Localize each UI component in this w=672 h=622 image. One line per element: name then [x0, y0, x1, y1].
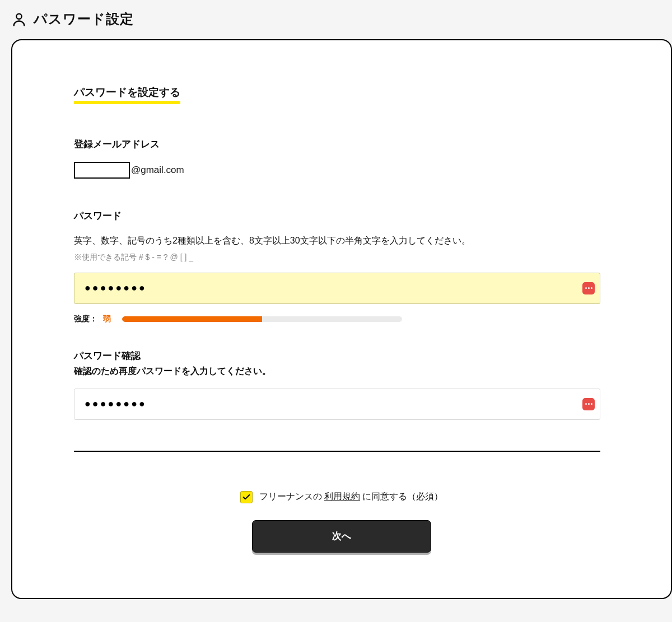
password-description: 英字、数字、記号のうち2種類以上を含む、8文字以上30文字以下の半角文字を入力し…: [74, 233, 609, 248]
agreement-checkbox[interactable]: [240, 491, 253, 503]
strength-fill: [122, 316, 262, 322]
email-domain: @gmail.com: [131, 165, 184, 176]
page-header: パスワード設定: [0, 0, 672, 39]
page-title: パスワード設定: [34, 10, 134, 28]
password-input[interactable]: [74, 273, 600, 304]
agreement-text: フリーナンスの 利用規約 に同意する（必須）: [259, 491, 444, 503]
svg-point-0: [16, 14, 21, 19]
password-note: ※使用できる記号 # $ - = ? @ [ ] _: [74, 252, 609, 263]
email-display: @gmail.com: [74, 162, 609, 179]
password-label: パスワード: [74, 209, 609, 222]
password-manager-icon[interactable]: [582, 398, 595, 410]
strength-bar: [122, 316, 402, 322]
email-local-part-redacted: [74, 162, 130, 179]
person-icon: [11, 11, 27, 27]
agreement-prefix: フリーナンスの: [259, 492, 324, 501]
next-button[interactable]: 次へ: [252, 520, 431, 553]
divider: [74, 451, 600, 452]
terms-link[interactable]: 利用規約: [324, 492, 360, 501]
confirm-label: パスワード確認: [74, 349, 609, 362]
password-input-wrap: [74, 273, 600, 304]
form-card: パスワードを設定する 登録メールアドレス @gmail.com パスワード 英字…: [11, 39, 672, 599]
password-manager-icon[interactable]: [582, 282, 595, 294]
confirm-input-wrap: [74, 389, 600, 420]
agreement-row: フリーナンスの 利用規約 に同意する（必須）: [74, 491, 609, 503]
strength-label: 強度：: [74, 314, 97, 324]
section-title: パスワードを設定する: [74, 85, 180, 104]
email-label: 登録メールアドレス: [74, 138, 609, 151]
strength-value: 弱: [103, 314, 111, 324]
confirm-description: 確認のため再度パスワードを入力してください。: [74, 366, 609, 377]
agreement-suffix: に同意する（必須）: [360, 492, 443, 501]
password-confirm-input[interactable]: [74, 389, 600, 420]
password-strength-row: 強度： 弱: [74, 314, 609, 324]
